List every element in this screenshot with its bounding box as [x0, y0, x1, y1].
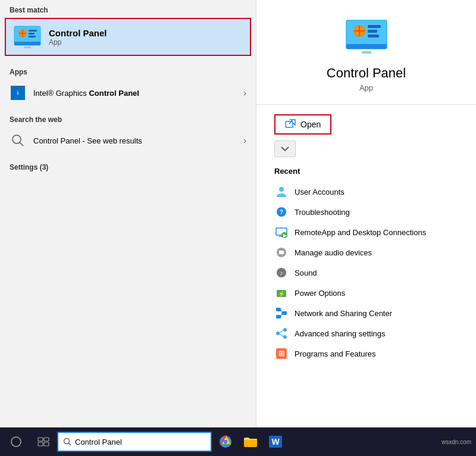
svg-rect-5	[29, 30, 37, 32]
user-accounts-label: User Accounts	[295, 188, 345, 196]
apps-arrow-icon: ›	[243, 88, 246, 98]
right-app-type: App	[274, 83, 458, 92]
recent-sharing[interactable]: Advanced sharing settings	[274, 323, 458, 343]
troubleshooting-icon: ?	[274, 205, 289, 219]
taskbar-search-bar[interactable]: Control Panel	[57, 432, 212, 452]
word-taskbar-button[interactable]: W	[264, 430, 287, 453]
expand-button[interactable]	[274, 140, 296, 157]
sound-label: Sound	[295, 268, 317, 277]
sharing-icon	[274, 326, 289, 341]
user-accounts-icon	[274, 185, 289, 199]
search-circle-icon	[10, 132, 26, 149]
open-icon	[285, 119, 296, 130]
recent-network[interactable]: Network and Sharing Center	[274, 303, 458, 323]
recent-items-list: User Accounts ? Troubleshooting	[274, 182, 458, 364]
svg-rect-16	[368, 25, 381, 28]
open-button-container: Open	[274, 114, 458, 135]
svg-rect-6	[29, 33, 35, 35]
svg-line-44	[280, 334, 283, 336]
svg-point-22	[279, 187, 284, 192]
svg-rect-51	[44, 442, 49, 446]
watermark: wsxdn.com	[441, 439, 471, 445]
recent-sound[interactable]: ♪ Sound	[274, 263, 458, 283]
right-panel: Control Panel App Open Recent	[256, 0, 476, 427]
svg-rect-8	[24, 46, 31, 48]
word-icon: W	[268, 435, 283, 449]
chrome-taskbar-button[interactable]	[214, 430, 237, 453]
svg-rect-58	[244, 439, 257, 447]
best-match-text: Control Panel App	[49, 28, 107, 46]
svg-line-53	[69, 443, 71, 446]
search-web-text: Control Panel - See web results	[33, 136, 243, 145]
taskbar: Control Panel W wsxdn.com	[0, 427, 476, 456]
chevron-down-icon	[281, 146, 289, 152]
svg-point-42	[283, 335, 287, 339]
best-match-label: Best match	[0, 0, 256, 18]
best-match-item[interactable]: Control Panel App	[5, 18, 251, 56]
power-label: Power Options	[295, 289, 345, 298]
apps-label: Apps	[0, 62, 256, 80]
svg-text:⊞: ⊞	[278, 349, 284, 358]
folder-icon	[243, 435, 258, 448]
start-button[interactable]	[5, 430, 27, 453]
right-control-panel-icon	[343, 18, 390, 56]
intel-icon: i	[10, 85, 26, 101]
recent-programs[interactable]: ⊞ Programs and Features	[274, 343, 458, 364]
svg-rect-36	[276, 315, 281, 318]
task-view-icon	[37, 437, 49, 446]
sharing-label: Advanced sharing settings	[295, 329, 385, 338]
audio-icon	[274, 245, 289, 260]
recent-troubleshooting[interactable]: ? Troubleshooting	[274, 202, 458, 222]
network-icon	[274, 306, 289, 320]
remoteapp-icon: ▶	[274, 225, 289, 239]
programs-label: Programs and Features	[295, 349, 376, 358]
best-match-name: Control Panel	[49, 28, 107, 38]
svg-point-9	[12, 135, 21, 143]
svg-text:?: ?	[280, 209, 283, 215]
taskbar-search-icon	[63, 438, 71, 446]
settings-label: Settings (3)	[0, 157, 256, 175]
svg-rect-18	[368, 35, 379, 38]
svg-point-40	[276, 332, 280, 335]
best-match-type: App	[49, 38, 107, 46]
svg-text:W: W	[271, 437, 280, 446]
svg-line-39	[281, 313, 282, 317]
svg-point-41	[283, 328, 287, 332]
svg-line-43	[280, 330, 283, 333]
recent-power[interactable]: ⚡ Power Options	[274, 283, 458, 303]
svg-rect-50	[38, 442, 43, 446]
audio-label: Manage audio devices	[295, 248, 372, 257]
start-menu: Best match Control Panel A	[0, 0, 476, 427]
svg-rect-1	[14, 42, 40, 45]
svg-rect-12	[346, 44, 387, 49]
svg-text:⚡: ⚡	[278, 290, 286, 298]
svg-line-10	[20, 142, 23, 146]
svg-point-52	[64, 439, 70, 444]
network-label: Network and Sharing Center	[295, 309, 392, 318]
file-explorer-taskbar-button[interactable]	[239, 430, 262, 453]
apps-intel-graphics[interactable]: i Intel® Graphics Control Panel ›	[0, 80, 256, 106]
task-view-button[interactable]	[32, 430, 55, 453]
troubleshooting-label: Troubleshooting	[295, 208, 350, 217]
recent-audio[interactable]: Manage audio devices	[274, 242, 458, 263]
search-web-label: Search the web	[0, 110, 256, 127]
svg-rect-49	[44, 438, 49, 441]
open-button[interactable]: Open	[274, 114, 331, 135]
svg-point-47	[11, 437, 21, 446]
svg-rect-20	[286, 121, 293, 127]
recent-remoteapp[interactable]: ▶ RemoteApp and Desktop Connections	[274, 222, 458, 242]
search-web-arrow-icon: ›	[243, 136, 246, 145]
svg-rect-35	[276, 308, 281, 311]
open-label: Open	[300, 120, 321, 129]
right-app-name: Control Panel	[274, 65, 458, 81]
recent-label: Recent	[274, 167, 458, 176]
programs-icon: ⊞	[274, 346, 289, 361]
taskbar-search-text: Control Panel	[75, 438, 122, 446]
svg-rect-7	[29, 36, 36, 38]
sound-icon: ♪	[274, 266, 289, 280]
recent-user-accounts[interactable]: User Accounts	[274, 182, 458, 202]
start-circle-icon	[11, 436, 21, 447]
power-icon: ⚡	[274, 286, 289, 300]
search-web-item[interactable]: Control Panel - See web results ›	[0, 127, 256, 154]
svg-rect-48	[38, 438, 43, 441]
